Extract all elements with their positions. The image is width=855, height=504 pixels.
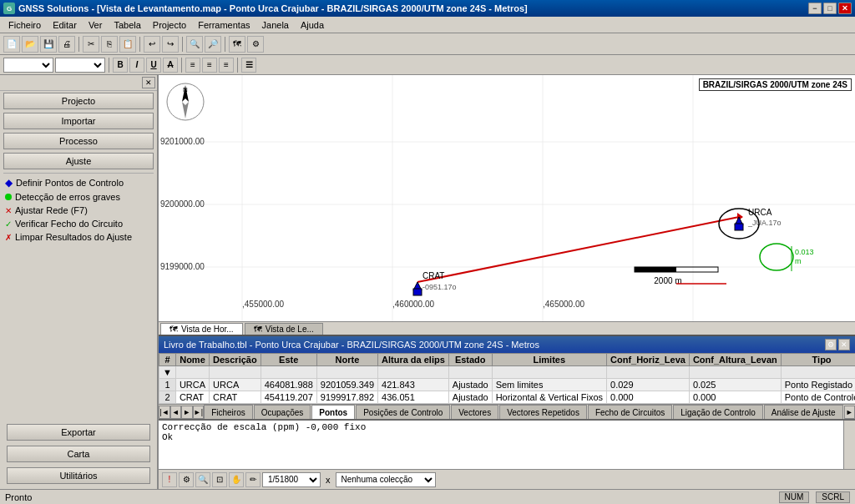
new-button[interactable]: 📄 xyxy=(3,36,20,53)
menu-ficheiro[interactable]: Ficheiro xyxy=(3,18,46,32)
table-settings-button[interactable]: ⚙ xyxy=(825,339,837,350)
filter-desc[interactable] xyxy=(210,366,261,379)
menu-ver[interactable]: Ver xyxy=(83,18,108,32)
list-button[interactable]: ☰ xyxy=(241,58,256,73)
col-confa[interactable]: Conf_Altura_Levan xyxy=(689,354,781,366)
deteccao-item[interactable]: Detecção de erros graves xyxy=(0,190,157,204)
italic-button[interactable]: I xyxy=(129,58,144,73)
importar-button[interactable]: Importar xyxy=(3,113,154,129)
filter-tipo[interactable] xyxy=(781,366,855,379)
col-nome[interactable]: Nome xyxy=(175,354,209,366)
copy-button[interactable]: ⎘ xyxy=(101,36,118,53)
col-este[interactable]: Este xyxy=(261,354,316,366)
processo-button[interactable]: Processo xyxy=(3,133,154,149)
tab-posicoes[interactable]: Posições de Controlo xyxy=(356,405,450,419)
cut-button[interactable]: ✂ xyxy=(83,36,99,53)
menu-ajuda[interactable]: Ajuda xyxy=(296,18,329,32)
table-row[interactable]: 2 CRAT CRAT 454119.207 9199917.892 436.0… xyxy=(159,391,856,404)
carta-button[interactable]: Carta xyxy=(7,446,150,462)
filter-nome[interactable] xyxy=(175,366,209,379)
save-button[interactable]: 💾 xyxy=(40,36,57,53)
map-tab-levantamento[interactable]: 🗺 Vista de Le... xyxy=(245,323,323,335)
filter-norte[interactable] xyxy=(316,366,377,379)
zoom-fit-icon[interactable]: ⊡ xyxy=(212,472,227,487)
col-norte[interactable]: Norte xyxy=(316,354,377,366)
map-tab-horizontal[interactable]: 🗺 Vista de Hor... xyxy=(160,323,243,335)
panel-close-button[interactable]: ✕ xyxy=(142,77,155,88)
col-altura[interactable]: Altura da elips xyxy=(378,354,449,366)
table-close-button[interactable]: ✕ xyxy=(838,339,850,350)
menu-editar[interactable]: Editar xyxy=(48,18,82,32)
collection-select[interactable]: Nenhuma colecção xyxy=(336,472,436,487)
filter-estado[interactable] xyxy=(448,366,492,379)
zoom-select[interactable]: 1/51800 xyxy=(262,472,321,487)
col-confh[interactable]: Conf_Horiz_Leva xyxy=(607,354,690,366)
ajustar-rede-item[interactable]: ✕ Ajustar Rede (F7) xyxy=(0,204,157,217)
ajuste-button[interactable]: Ajuste xyxy=(3,153,154,169)
tab-ficheiros[interactable]: Ficheiros xyxy=(204,405,253,419)
align-left-button[interactable]: ≡ xyxy=(185,58,200,73)
verificar-fecho-item[interactable]: ✓ Verificar Fecho do Circuito xyxy=(0,217,157,230)
underline-button[interactable]: U xyxy=(146,58,161,73)
zoom-out-button[interactable]: 🔎 xyxy=(205,36,221,53)
sheet-nav-right[interactable]: ► xyxy=(844,406,856,419)
num-button[interactable]: NUM xyxy=(779,491,810,503)
col-estado[interactable]: Estado xyxy=(448,354,492,366)
zoom-icon[interactable]: 🔍 xyxy=(195,472,210,487)
tab-vectores-rep[interactable]: Vectores Repetidos xyxy=(499,405,587,419)
projecto-button[interactable]: Projecto xyxy=(3,93,154,109)
settings-button[interactable]: ⚙ xyxy=(247,36,264,53)
close-button[interactable]: ✕ xyxy=(838,3,852,14)
tab-ligacao[interactable]: Ligação de Controlo xyxy=(673,405,763,419)
minimize-button[interactable]: − xyxy=(808,3,822,14)
align-center-button[interactable]: ≡ xyxy=(202,58,217,73)
open-button[interactable]: 📂 xyxy=(22,36,38,53)
map-viewport[interactable]: CRAT -0951.17o URCA _JUA.17o 9201000.00 … xyxy=(159,75,855,335)
tab-vectores[interactable]: Vectores xyxy=(451,405,498,419)
filter-confh[interactable] xyxy=(607,366,690,379)
menu-ferramentas[interactable]: Ferramentas xyxy=(193,18,255,32)
definir-pontos-item[interactable]: ◆ Definir Pontos de Controlo xyxy=(0,175,157,190)
filter-altura[interactable] xyxy=(378,366,449,379)
zoom-in-button[interactable]: 🔍 xyxy=(186,36,203,53)
filter-limites[interactable] xyxy=(492,366,606,379)
sheet-nav-prev[interactable]: ◄ xyxy=(170,406,182,419)
col-tipo[interactable]: Tipo xyxy=(781,354,855,366)
table-row[interactable]: 1 URCA URCA 464081.988 9201059.349 421.8… xyxy=(159,379,856,391)
tab-ocupacoes[interactable]: Ocupações xyxy=(254,405,311,419)
print-button[interactable]: 🖨 xyxy=(58,36,75,53)
filter-este[interactable] xyxy=(261,366,316,379)
limpar-resultados-item[interactable]: ✗ Limpar Resultados do Ajuste xyxy=(0,230,157,244)
pencil-icon[interactable]: ✏ xyxy=(245,472,261,487)
exportar-button[interactable]: Exportar xyxy=(7,424,150,441)
col-limites[interactable]: Limites xyxy=(492,354,606,366)
undo-button[interactable]: ↩ xyxy=(144,36,160,53)
settings-small-icon[interactable]: ⚙ xyxy=(179,472,194,487)
redo-button[interactable]: ↪ xyxy=(162,36,179,53)
table-container[interactable]: # Nome Descrição Este Norte Altura da el… xyxy=(159,353,855,404)
utilitarios-button[interactable]: Utilitários xyxy=(7,467,150,484)
sheet-nav-last[interactable]: ►| xyxy=(193,406,205,419)
maximize-button[interactable]: □ xyxy=(823,3,837,14)
filter-confa[interactable] xyxy=(689,366,781,379)
console-scrollbar[interactable] xyxy=(843,421,855,469)
menu-projecto[interactable]: Projecto xyxy=(148,18,191,32)
paste-button[interactable]: 📋 xyxy=(119,36,136,53)
map-button[interactable]: 🗺 xyxy=(229,36,245,53)
align-right-button[interactable]: ≡ xyxy=(219,58,234,73)
bold-button[interactable]: B xyxy=(113,58,128,73)
strikethrough-button[interactable]: A xyxy=(163,58,178,73)
scrl-button[interactable]: SCRL xyxy=(816,491,850,503)
menu-janela[interactable]: Janela xyxy=(257,18,294,32)
tab-pontos[interactable]: Pontos xyxy=(311,405,355,419)
hand-icon[interactable]: ✋ xyxy=(229,472,244,487)
font-size-select[interactable] xyxy=(3,58,53,73)
col-descricao[interactable]: Descrição xyxy=(210,354,261,366)
sheet-nav-first[interactable]: |◄ xyxy=(159,406,170,419)
warn-icon[interactable]: ! xyxy=(162,472,177,487)
menu-tabela[interactable]: Tabela xyxy=(109,18,145,32)
tab-fecho[interactable]: Fecho de Circuitos xyxy=(588,405,672,419)
sheet-nav-next[interactable]: ► xyxy=(181,406,193,419)
tab-analise[interactable]: Análise de Ajuste xyxy=(764,405,843,419)
font-family-select[interactable] xyxy=(55,58,105,73)
